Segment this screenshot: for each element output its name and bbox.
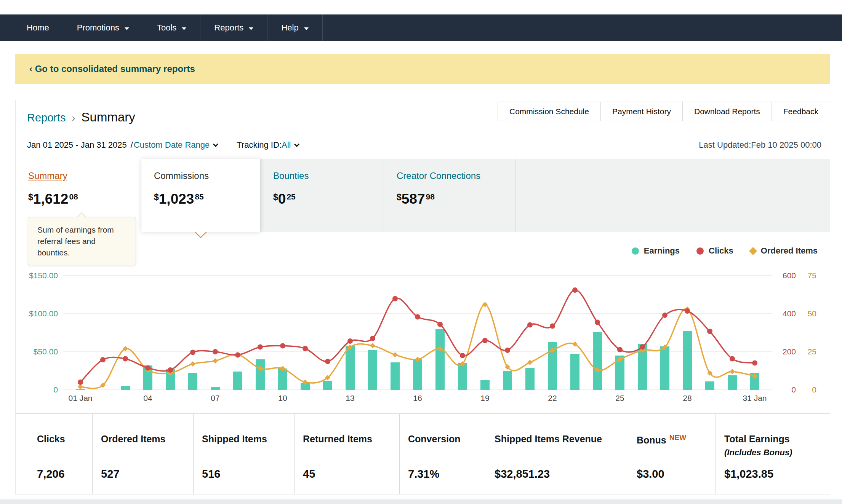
tab-feedback[interactable]: Feedback: [772, 102, 830, 121]
axis-tick-left: $150.00: [16, 270, 58, 281]
marker-clicks: [145, 365, 150, 371]
metric-tab-creator-connections-value: $58798: [397, 191, 515, 207]
metric-tab-summary-value: $1,61208: [28, 191, 141, 207]
breadcrumb-reports-link[interactable]: Reports: [27, 112, 66, 124]
dollars: 1,023: [159, 191, 194, 207]
x-axis-tick: 01 Jan: [68, 394, 92, 403]
marker-clicks: [505, 348, 510, 353]
marker-clicks: [392, 296, 398, 301]
total-earnings-labels: Total Earnings (Includes Bonus): [724, 434, 826, 458]
consolidated-reports-link[interactable]: ‹ Go to consolidated summary reports: [29, 64, 195, 74]
cents: 08: [69, 192, 78, 201]
metric-tab-commissions[interactable]: Commissions $1,02385: [141, 159, 261, 232]
bar-earnings: [570, 354, 579, 390]
metric-tab-creator-connections[interactable]: Creator Connections $58798: [384, 159, 515, 232]
circle-marker-icon: [632, 247, 639, 255]
stat-value: 7,206: [37, 468, 88, 480]
axis-tick-left: 0: [16, 384, 58, 396]
x-axis-tick: 13: [346, 394, 354, 403]
stat-sublabel: (Includes Bonus): [724, 448, 826, 458]
nav-home[interactable]: Home: [13, 14, 63, 41]
nav-reports[interactable]: Reports: [200, 14, 267, 41]
nav-promotions-label: Promotions: [77, 23, 119, 33]
legend-item-ordered-items: Ordered Items: [750, 246, 818, 256]
metric-tab-summary-label: Summary: [28, 171, 141, 181]
currency-symbol: $: [154, 192, 159, 202]
marker-clicks: [123, 356, 128, 362]
axis-tick-right_clicks: 400: [775, 308, 796, 319]
bar-earnings: [346, 346, 355, 390]
nav-help-label: Help: [281, 23, 298, 33]
x-axis-tick: 25: [615, 394, 624, 403]
x-axis-tick: 28: [683, 394, 692, 403]
metric-tab-commissions-value: $1,02385: [154, 191, 260, 207]
marker-clicks: [527, 322, 533, 328]
stat-returned-items: Returned Items 45: [295, 414, 400, 494]
marker-clicks: [280, 343, 285, 349]
chevron-down-icon: [249, 27, 253, 30]
nav-home-label: Home: [27, 23, 49, 33]
footer-strip: [0, 499, 842, 504]
axis-tick-left: $100.00: [16, 308, 58, 319]
marker-clicks: [190, 350, 195, 355]
stat-shipped-items-revenue: Shipped Items Revenue $32,851.23: [486, 414, 628, 494]
nav-help[interactable]: Help: [267, 14, 322, 41]
tab-download-reports[interactable]: Download Reports: [682, 102, 772, 121]
tab-payment-history[interactable]: Payment History: [600, 102, 683, 121]
axis-tick-right_ordered: 75: [795, 270, 816, 281]
axis-tick-right_ordered: 50: [795, 308, 816, 319]
marker-clicks: [730, 356, 735, 362]
legend-item-earnings: Earnings: [632, 246, 680, 256]
stat-label: Total Earnings: [724, 434, 826, 445]
custom-date-range-dropdown[interactable]: Custom Date Range: [134, 140, 218, 150]
stat-label: BonusNEW: [637, 434, 712, 446]
date-range-text: Jan 01 2025 - Jan 31 2025: [27, 140, 127, 150]
chevron-down-icon: [182, 27, 186, 30]
bar-earnings: [233, 372, 242, 390]
cents: 98: [426, 192, 435, 201]
main-navbar: Home Promotions Tools Reports Help: [0, 14, 842, 41]
bar-earnings: [525, 368, 535, 390]
metric-band-filler: [515, 159, 830, 232]
chevron-down-icon: [125, 27, 129, 30]
bar-earnings: [480, 380, 490, 390]
marker-ordered-items: [527, 360, 533, 365]
bar-earnings: [188, 373, 197, 390]
nav-tools[interactable]: Tools: [143, 14, 200, 41]
stat-label: Returned Items: [303, 434, 395, 445]
nav-promotions[interactable]: Promotions: [63, 14, 143, 41]
marker-clicks: [550, 324, 555, 329]
marker-clicks: [415, 314, 420, 320]
x-axis-tick: 04: [143, 394, 152, 403]
summary-tooltip: Sum of earnings from referral fees and b…: [28, 217, 136, 265]
bar-earnings: [458, 363, 467, 390]
bar-earnings: [323, 381, 332, 390]
tracking-id-label: Tracking ID:: [237, 140, 282, 150]
axis-tick-right_ordered: 25: [795, 346, 816, 357]
stat-label: Shipped Items: [202, 434, 290, 445]
dollars: 587: [402, 191, 425, 207]
tracking-id-dropdown[interactable]: All: [282, 140, 299, 150]
marker-clicks: [617, 347, 623, 352]
nav-tools-label: Tools: [157, 23, 176, 33]
stat-ordered-items: Ordered Items 527: [93, 414, 194, 494]
legend-item-clicks: Clicks: [696, 246, 733, 256]
marker-clicks: [168, 367, 173, 373]
new-badge: NEW: [669, 434, 686, 442]
marker-clicks: [707, 329, 712, 334]
chart-legend: EarningsClicksOrdered Items: [632, 246, 818, 256]
top-strip: [0, 0, 842, 14]
axis-tick-left: $50.00: [16, 346, 58, 357]
tab-commission-schedule[interactable]: Commission Schedule: [498, 102, 601, 121]
marker-clicks: [460, 353, 465, 358]
stat-value: 527: [101, 468, 189, 480]
header-tabs: Commission Schedule Payment History Down…: [498, 102, 830, 121]
metric-tab-bounties[interactable]: Bounties $025: [261, 159, 384, 232]
cents: 85: [195, 192, 203, 201]
stat-value: 7.31%: [408, 468, 482, 480]
marker-clicks: [685, 308, 690, 314]
x-axis-tick: 22: [548, 394, 557, 403]
stat-value: 516: [202, 468, 290, 480]
bar-earnings: [413, 359, 422, 390]
currency-symbol: $: [273, 192, 278, 202]
